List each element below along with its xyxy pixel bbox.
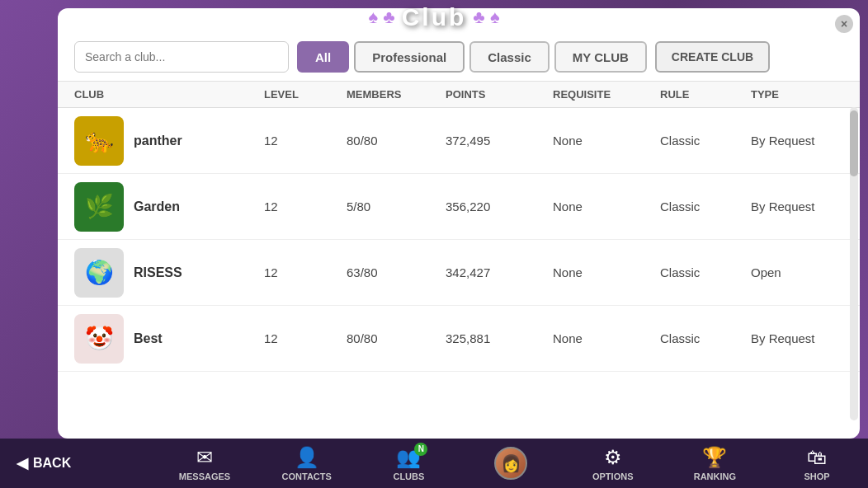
club-cell: 🤡 Best — [74, 314, 264, 364]
nav-ranking[interactable]: 🏆 RANKING — [682, 446, 748, 481]
club-requisite: None — [553, 134, 660, 148]
club-points: 372,495 — [446, 134, 553, 148]
club-members: 63/80 — [347, 265, 446, 279]
ranking-label: RANKING — [694, 472, 736, 481]
club-level: 12 — [264, 134, 347, 148]
contacts-label: CONTACTS — [282, 472, 332, 481]
back-button[interactable]: ◀ BACK — [0, 439, 87, 488]
nav-items: ✉ MESSAGES 👤 CONTACTS 👥 N CLUBS 👩 ⚙ OPTI… — [153, 446, 868, 481]
player-avatar: 👩 — [494, 447, 527, 480]
col-club: CLUB — [74, 88, 264, 101]
table-body: 🐆 panther 12 80/80 372,495 None Classic … — [58, 108, 860, 372]
ranking-icon: 🏆 — [702, 446, 727, 469]
col-level: LEVEL — [264, 88, 347, 101]
col-members: MEMBERS — [347, 88, 446, 101]
filter-classic-button[interactable]: Classic — [469, 41, 550, 73]
header-section: All Professional Classic MY CLUB CREATE … — [58, 8, 860, 82]
club-logo-risess: 🌍 — [74, 248, 124, 298]
contacts-icon: 👤 — [295, 446, 319, 469]
club-points: 342,427 — [446, 265, 553, 279]
options-icon: ⚙ — [604, 446, 622, 469]
club-name: Best — [134, 331, 163, 346]
options-label: OPTIONS — [592, 472, 634, 481]
club-name: panther — [134, 134, 182, 148]
clubs-icon: 👥 N — [396, 446, 421, 469]
clubs-badge: N — [414, 443, 427, 456]
club-name: Garden — [134, 199, 180, 214]
search-input[interactable] — [74, 41, 289, 73]
club-rule: Classic — [660, 199, 751, 214]
nav-avatar[interactable]: 👩 — [478, 447, 544, 480]
nav-contacts[interactable]: 👤 CONTACTS — [274, 446, 340, 481]
club-requisite: None — [553, 199, 660, 214]
create-club-button[interactable]: CREATE CLUB — [655, 41, 770, 73]
club-type: Open — [751, 265, 860, 279]
table-row[interactable]: 🐆 panther 12 80/80 372,495 None Classic … — [58, 108, 860, 174]
table-row[interactable]: 🌍 RISESS 12 63/80 342,427 None Classic O… — [58, 240, 860, 306]
club-rule: Classic — [660, 331, 751, 345]
club-requisite: None — [553, 265, 660, 279]
club-logo-panther: 🐆 — [74, 116, 124, 166]
club-rule: Classic — [660, 265, 751, 279]
back-arrow-icon: ◀ — [17, 454, 28, 472]
club-name: RISESS — [134, 265, 182, 280]
club-points: 325,881 — [446, 331, 553, 345]
nav-clubs[interactable]: 👥 N CLUBS — [375, 446, 441, 481]
back-label: BACK — [33, 456, 71, 471]
club-logo-garden: 🌿 — [74, 182, 124, 232]
club-level: 12 — [264, 265, 347, 279]
bottom-nav: ◀ BACK ✉ MESSAGES 👤 CONTACTS 👥 N CLUBS 👩… — [0, 439, 868, 488]
table-row[interactable]: 🤡 Best 12 80/80 325,881 None Classic By … — [58, 306, 860, 372]
club-level: 12 — [264, 199, 347, 214]
club-level: 12 — [264, 331, 347, 345]
shop-label: SHOP — [804, 472, 829, 481]
col-points: POINTS — [446, 88, 553, 101]
table-row[interactable]: 🌿 Garden 12 5/80 356,220 None Classic By… — [58, 174, 860, 240]
club-cell: 🌍 RISESS — [74, 248, 264, 298]
club-members: 80/80 — [347, 331, 446, 345]
club-rule: Classic — [660, 134, 751, 148]
club-members: 80/80 — [347, 134, 446, 148]
filter-buttons: All Professional Classic MY CLUB — [297, 41, 647, 73]
club-points: 356,220 — [446, 199, 553, 214]
nav-options[interactable]: ⚙ OPTIONS — [580, 446, 646, 481]
filter-myclub-button[interactable]: MY CLUB — [554, 41, 647, 73]
messages-label: MESSAGES — [179, 472, 230, 481]
club-members: 5/80 — [347, 199, 446, 214]
shop-icon: 🛍 — [807, 446, 827, 469]
club-type: By Request — [751, 134, 860, 148]
club-cell: 🌿 Garden — [74, 182, 264, 232]
filter-professional-button[interactable]: Professional — [354, 41, 465, 73]
col-rule: RULE — [660, 88, 751, 101]
col-type: TYPE — [751, 88, 860, 101]
club-cell: 🐆 panther — [74, 116, 264, 166]
table-header: CLUB LEVEL MEMBERS POINTS REQUISITE RULE… — [58, 82, 860, 108]
filter-all-button[interactable]: All — [297, 41, 349, 73]
main-panel: × All Professional Classic MY CLUB CREAT… — [58, 8, 860, 439]
col-requisite: REQUISITE — [553, 88, 660, 101]
nav-messages[interactable]: ✉ MESSAGES — [172, 446, 238, 481]
club-requisite: None — [553, 331, 660, 345]
club-type: By Request — [751, 199, 860, 214]
nav-shop[interactable]: 🛍 SHOP — [784, 446, 850, 481]
messages-icon: ✉ — [196, 446, 213, 469]
close-button[interactable]: × — [835, 15, 853, 33]
club-type: By Request — [751, 331, 860, 345]
club-logo-best: 🤡 — [74, 314, 124, 364]
clubs-label: CLUBS — [393, 472, 424, 481]
